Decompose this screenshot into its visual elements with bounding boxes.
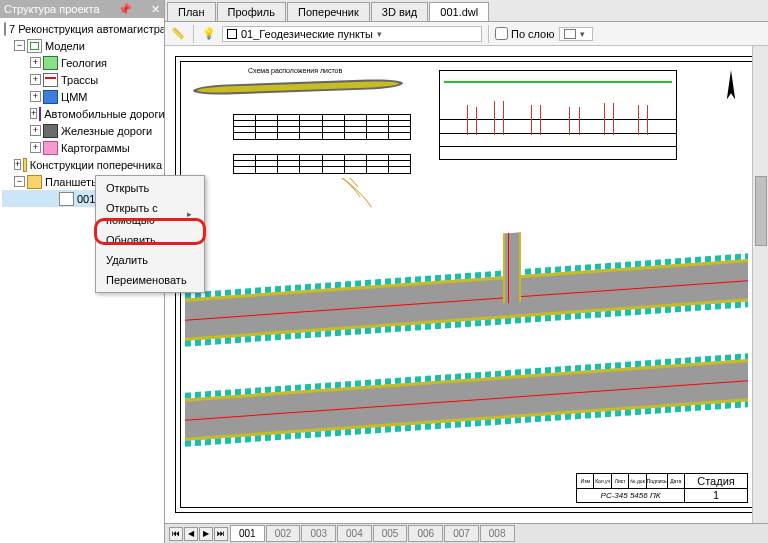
expand-icon[interactable]: + xyxy=(14,159,21,170)
tree-constructions[interactable]: + Конструкции поперечника xyxy=(2,156,162,173)
tree-dmm[interactable]: + ЦММ xyxy=(2,88,162,105)
plan-view xyxy=(185,178,748,477)
tab-file[interactable]: 001.dwl xyxy=(429,2,489,21)
sheet-tab-002[interactable]: 002 xyxy=(266,525,301,542)
expand-icon[interactable]: + xyxy=(30,57,41,68)
layer-color-swatch xyxy=(227,29,237,39)
tree-label: Трассы xyxy=(61,74,98,86)
ctx-delete[interactable]: Удалить xyxy=(98,250,202,270)
sheet-tab-007[interactable]: 007 xyxy=(444,525,479,542)
dmm-icon xyxy=(43,90,58,104)
sheet-tab-004[interactable]: 004 xyxy=(337,525,372,542)
carto-icon xyxy=(43,141,58,155)
view-tabs: План Профиль Поперечник 3D вид 001.dwl xyxy=(165,0,768,22)
tree-label: Планшеты xyxy=(45,176,99,188)
auto-icon xyxy=(39,107,41,121)
tree-root[interactable]: 7 Реконструкция автомагистрали xyxy=(2,20,162,37)
chevron-down-icon: ▾ xyxy=(377,29,382,39)
by-layer-input[interactable] xyxy=(495,27,508,40)
nav-prev-icon[interactable]: ◀ xyxy=(184,527,198,541)
ctx-open[interactable]: Открыть xyxy=(98,178,202,198)
drawing-canvas[interactable]: Схема расположения листов xyxy=(165,46,768,523)
profile-view xyxy=(439,70,677,160)
sheet-tab-001[interactable]: 001 xyxy=(230,525,265,542)
tree-routes[interactable]: + Трассы xyxy=(2,71,162,88)
layer-toolbar: 📏 💡 01_Геодезические пункты ▾ По слою ▾ xyxy=(165,22,768,46)
sheet-tab-003[interactable]: 003 xyxy=(301,525,336,542)
tree-railways[interactable]: + Железные дороги xyxy=(2,122,162,139)
main-area: План Профиль Поперечник 3D вид 001.dwl 📏… xyxy=(165,0,768,543)
layer-selector[interactable]: 01_Геодезические пункты ▾ xyxy=(222,26,482,42)
nav-first-icon[interactable]: ⏮ xyxy=(169,527,183,541)
folder-icon xyxy=(27,175,42,189)
color-selector[interactable]: ▾ xyxy=(559,27,593,41)
nav-next-icon[interactable]: ▶ xyxy=(199,527,213,541)
tab-plan[interactable]: План xyxy=(167,2,216,21)
tree-auto-roads[interactable]: + Автомобильные дороги xyxy=(2,105,162,122)
tab-profile[interactable]: Профиль xyxy=(217,2,287,21)
sketch-title: Схема расположения листов xyxy=(248,67,342,74)
tree-label: ЦММ xyxy=(61,91,87,103)
tab-3d[interactable]: 3D вид xyxy=(371,2,429,21)
sheet-tab-005[interactable]: 005 xyxy=(373,525,408,542)
pin-icon[interactable]: 📌 xyxy=(120,4,130,14)
route-icon xyxy=(43,73,58,87)
database-icon xyxy=(4,22,6,36)
close-panel-icon[interactable]: ✕ xyxy=(150,4,160,14)
context-menu: Открыть Открыть с помощью Обновить Удали… xyxy=(95,175,205,293)
expand-icon[interactable]: + xyxy=(30,125,41,136)
layer-value: 01_Геодезические пункты xyxy=(241,28,373,40)
expand-icon[interactable]: + xyxy=(30,142,41,153)
sheet-tab-006[interactable]: 006 xyxy=(408,525,443,542)
tree-label: Железные дороги xyxy=(61,125,152,137)
data-table-2 xyxy=(233,154,411,174)
layout-sketch: Схема расположения листов xyxy=(193,70,403,102)
scroll-thumb[interactable] xyxy=(755,176,767,246)
sheet-tab-008[interactable]: 008 xyxy=(480,525,515,542)
panel-header: Структура проекта 📌 ✕ xyxy=(0,0,164,18)
by-layer-checkbox[interactable]: По слою xyxy=(495,27,555,40)
expand-icon[interactable]: + xyxy=(30,91,41,102)
panel-title: Структура проекта xyxy=(4,3,100,15)
drawing-inner-frame: Схема расположения листов xyxy=(180,61,753,508)
bulb-icon[interactable]: 💡 xyxy=(200,25,218,43)
sheet-tabs-bar: ⏮ ◀ ▶ ⏭ 001 002 003 004 005 006 007 008 xyxy=(165,523,768,543)
tree-label: Конструкции поперечника xyxy=(30,159,162,171)
collapse-icon[interactable]: − xyxy=(14,176,25,187)
collapse-icon[interactable]: − xyxy=(14,40,25,51)
measure-icon[interactable]: 📏 xyxy=(169,25,187,43)
color-swatch xyxy=(564,29,576,39)
nav-last-icon[interactable]: ⏭ xyxy=(214,527,228,541)
by-layer-label: По слою xyxy=(511,28,555,40)
ctx-open-with[interactable]: Открыть с помощью xyxy=(98,198,202,230)
expand-icon[interactable]: + xyxy=(30,108,37,119)
drawing-code: РС-345 5456 ПК xyxy=(577,489,684,503)
tree-geology[interactable]: + Геология xyxy=(2,54,162,71)
tree-label: Геология xyxy=(61,57,107,69)
tree-label: Картограммы xyxy=(61,142,130,154)
tab-cross[interactable]: Поперечник xyxy=(287,2,370,21)
data-table-1 xyxy=(233,114,411,140)
ctx-rename[interactable]: Переименовать xyxy=(98,270,202,290)
sheet-icon xyxy=(59,192,74,206)
tree-label: Автомобильные дороги xyxy=(44,108,164,120)
vertical-scrollbar[interactable] xyxy=(752,46,768,523)
ctx-refresh[interactable]: Обновить xyxy=(98,230,202,250)
drawing-frame: Схема расположения листов xyxy=(175,56,758,513)
svg-marker-0 xyxy=(727,70,735,99)
tree-models[interactable]: − Модели xyxy=(2,37,162,54)
rail-icon xyxy=(43,124,58,138)
geology-icon xyxy=(43,56,58,70)
folder-icon xyxy=(23,158,27,172)
expand-icon[interactable]: + xyxy=(30,74,41,85)
tree-label: 7 Реконструкция автомагистрали xyxy=(9,23,164,35)
models-icon xyxy=(27,39,42,53)
chevron-down-icon: ▾ xyxy=(580,29,585,39)
title-block: Изм Кол.уч Лист № док Подпись Дата РС-34… xyxy=(576,473,748,503)
tree-cartograms[interactable]: + Картограммы xyxy=(2,139,162,156)
tree-label: Модели xyxy=(45,40,85,52)
north-arrow-icon xyxy=(720,68,742,110)
